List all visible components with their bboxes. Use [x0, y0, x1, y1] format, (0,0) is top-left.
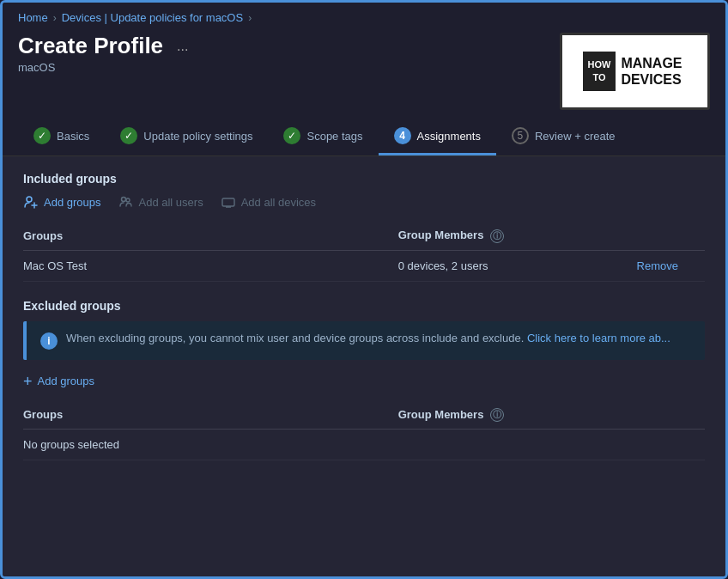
- add-all-devices-label: Add all devices: [241, 196, 316, 209]
- breadcrumb-sep1: ›: [53, 12, 57, 24]
- tab-review-create[interactable]: 5 Review + create: [496, 119, 631, 155]
- included-group-members: 0 devices, 2 users: [398, 250, 637, 281]
- tab-assignments[interactable]: 4 Assignments: [379, 119, 496, 155]
- logo-left-text: HOWTO: [583, 52, 616, 92]
- tab-label-scope-tags: Scope tags: [306, 130, 362, 143]
- add-all-devices-icon: [221, 194, 236, 210]
- excluded-group-members: [398, 430, 637, 460]
- logo-image: HOWTO MANAGEDEVICES: [560, 33, 710, 110]
- info-icon: i: [40, 332, 58, 350]
- page-title: Create Profile: [18, 33, 163, 59]
- included-col-action: [637, 222, 705, 250]
- excluded-groups-label: Excluded groups: [23, 299, 705, 313]
- included-groups-table: Groups Group Members ⓘ Mac OS Test 0 dev…: [23, 222, 705, 282]
- add-all-users-icon: [118, 194, 134, 210]
- included-groups-actions: Add groups Add all users: [23, 194, 705, 210]
- tab-num-assignments: 4: [394, 127, 411, 144]
- tab-label-review-create: Review + create: [535, 130, 616, 143]
- tab-label-update-policy: Update policy settings: [143, 130, 252, 143]
- excluded-col-members: Group Members ⓘ: [398, 401, 637, 430]
- included-col-members: Group Members ⓘ: [398, 222, 637, 250]
- breadcrumb-sep2: ›: [248, 12, 252, 24]
- table-row: No groups selected: [23, 430, 705, 460]
- included-add-groups-button[interactable]: Add groups: [23, 194, 101, 210]
- info-text: When excluding groups, you cannot mix us…: [66, 332, 524, 344]
- excluded-col-groups: Groups: [23, 401, 398, 430]
- excluded-groups-table: Groups Group Members ⓘ No groups selecte…: [23, 401, 705, 461]
- page-subtitle: macOS: [18, 61, 193, 74]
- add-all-users-button[interactable]: Add all users: [118, 194, 203, 210]
- tab-scope-tags[interactable]: ✓ Scope tags: [268, 119, 378, 155]
- tab-check-scope-tags: ✓: [283, 127, 300, 144]
- remove-group-button[interactable]: Remove: [637, 259, 678, 272]
- header-left: Create Profile ... macOS: [18, 33, 193, 74]
- svg-point-0: [27, 197, 32, 202]
- included-group-name: Mac OS Test: [23, 250, 398, 281]
- breadcrumb: Home › Devices | Update policies for mac…: [3, 3, 725, 27]
- add-all-users-label: Add all users: [139, 196, 203, 209]
- included-col-groups: Groups: [23, 222, 398, 250]
- excluded-add-groups-button[interactable]: + Add groups: [23, 374, 94, 389]
- excluded-add-groups-label: Add groups: [38, 375, 95, 387]
- included-groups-label: Included groups: [23, 172, 705, 186]
- included-add-groups-label: Add groups: [44, 196, 101, 209]
- header-row: Create Profile ... macOS HOWTO MANAGEDEV…: [3, 27, 725, 119]
- info-text-block: When excluding groups, you cannot mix us…: [66, 332, 691, 344]
- tab-label-assignments: Assignments: [417, 130, 481, 143]
- svg-rect-3: [222, 198, 234, 206]
- svg-point-2: [126, 198, 130, 202]
- page-title-row: Create Profile ...: [18, 33, 193, 59]
- add-groups-icon: [23, 194, 39, 210]
- breadcrumb-devices[interactable]: Devices | Update policies for macOS: [62, 11, 243, 24]
- table-row: Mac OS Test 0 devices, 2 users Remove: [23, 250, 705, 281]
- excluded-group-name: No groups selected: [23, 430, 398, 460]
- tab-check-update-policy: ✓: [120, 127, 137, 144]
- excluded-col-action: [637, 401, 705, 430]
- tabs-row: ✓ Basics ✓ Update policy settings ✓ Scop…: [3, 119, 725, 156]
- svg-point-1: [121, 198, 125, 202]
- tab-check-basics: ✓: [33, 127, 51, 144]
- tab-num-review: 5: [512, 127, 529, 144]
- tab-label-basics: Basics: [57, 130, 89, 143]
- tab-basics[interactable]: ✓ Basics: [18, 119, 105, 155]
- members-tooltip-icon: ⓘ: [490, 229, 504, 243]
- info-box: i When excluding groups, you cannot mix …: [23, 321, 705, 360]
- logo-right-text: MANAGEDEVICES: [616, 55, 687, 88]
- tab-update-policy[interactable]: ✓ Update policy settings: [105, 119, 268, 155]
- content-area: Included groups Add groups: [3, 156, 725, 576]
- ellipsis-button[interactable]: ...: [172, 37, 193, 56]
- info-link[interactable]: Click here to learn more ab...: [527, 332, 670, 344]
- add-all-devices-button[interactable]: Add all devices: [221, 194, 316, 210]
- excluded-add-groups-icon: +: [23, 374, 33, 389]
- breadcrumb-home[interactable]: Home: [18, 11, 48, 24]
- excluded-members-tooltip-icon: ⓘ: [490, 408, 504, 422]
